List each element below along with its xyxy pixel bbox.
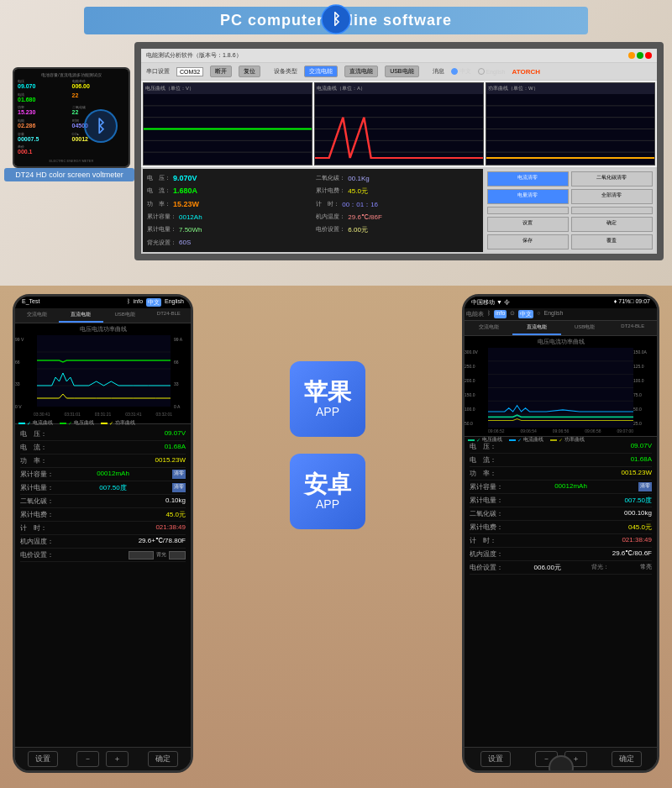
left-minus-btn[interactable]: －: [76, 751, 99, 767]
right-phone: 中国移动 ▼ 令 ♦ 71%□ 09:07 电能表 ᛒ info ⊙ 中文 ○ …: [462, 294, 659, 773]
sw-data-panel: 电 压： 9.070V 二氧化碳： 00.1Kg 电 流： 1.680A 累: [143, 169, 483, 252]
btn-current-clear[interactable]: 电流清零: [487, 171, 569, 186]
lang-en-radio[interactable]: English: [478, 68, 506, 75]
left-capacity-row: 累计容量： 00012mAh 清零: [20, 468, 186, 481]
meter-price: 电能单价 006.00: [72, 79, 126, 92]
com-select[interactable]: COM32: [176, 67, 203, 76]
btn-confirm2[interactable]: 确定: [571, 217, 653, 232]
meter-energy: 电能 02.286: [18, 118, 71, 131]
left-tab-dc[interactable]: 直流电能: [59, 308, 102, 323]
left-tab-usb[interactable]: USB电能: [103, 308, 147, 323]
meter-power: 功率 15.230: [18, 105, 71, 118]
android-app-label: 安卓 APP: [290, 454, 365, 529]
right-tab-dc[interactable]: 直流电能: [512, 321, 560, 335]
left-settings-btn[interactable]: 设置: [28, 751, 58, 767]
btn-co2-clear[interactable]: 二氧化碳清零: [571, 171, 653, 186]
left-fee-row: 累计电费： 45.0元: [20, 508, 186, 522]
right-phone-data: 电 压： 09.07V 电 流： 01.68A 功 率： 0015.23W 累计…: [465, 437, 657, 747]
meter-capacity: 容量 00007.5: [18, 132, 71, 144]
left-price-row: 电价设置： 背光: [20, 549, 186, 562]
btn-energy-clear[interactable]: 电量清零: [487, 189, 569, 204]
left-current-row: 电 流： 01.68A: [20, 441, 186, 454]
open-btn[interactable]: 断开: [210, 66, 232, 77]
left-plus-btn[interactable]: ＋: [106, 751, 129, 767]
right-price-row: 电价设置： 006.00元 背光： 常亮: [470, 561, 652, 575]
svg-rect-20: [37, 335, 171, 407]
right-current-row: 电 流： 01.68A: [470, 454, 652, 467]
right-capacity-row: 累计容量： 00012mAh 清零: [470, 481, 652, 494]
right-temp-row: 机内温度： 29.6℃/80.6F: [470, 548, 652, 561]
meter-unit2: 22: [72, 92, 126, 105]
sw-backlight-row: 背光设置： 60S: [147, 237, 479, 248]
left-energy-row: 累计电量： 007.50度 清零: [20, 481, 186, 495]
type-ac-btn[interactable]: 交流电能: [304, 66, 338, 77]
left-phone-chart: 电压电流功率曲线 99 V 66 33 0 V: [15, 323, 191, 424]
sw-fee-row: 累计电费： 45.0元: [316, 186, 478, 197]
device-label: DT24 HD color screen voltmeter: [4, 168, 134, 181]
right-co2-row: 二氧化碳： 000.10kg: [470, 507, 652, 521]
right-chart-legend: ✓电压曲线 ✓电流曲线 ✓功率曲线: [465, 434, 657, 445]
sw-price-row: 电价设置： 6.00元: [316, 224, 478, 236]
sw-voltage-row: 电 压： 9.070V: [147, 173, 309, 184]
right-tab-ac[interactable]: 交流电能: [465, 321, 512, 335]
left-voltage-row: 电 压： 09.07V: [20, 428, 186, 441]
left-co2-row: 二氧化碳： 0.10kg: [20, 495, 186, 508]
right-fee-row: 累计电费： 045.0元: [470, 521, 652, 534]
lang-cn-radio[interactable]: 中文: [451, 67, 471, 76]
sw-control-row: 串口设置 COM32 断开 复位 设备类型 交流电能 直流电能 USB电能 消息…: [141, 63, 657, 81]
sw-co2-row: 二氧化碳： 00.1Kg: [316, 173, 478, 184]
type-usb-btn[interactable]: USB电能: [385, 66, 418, 77]
right-settings-btn[interactable]: 设置: [480, 751, 511, 767]
bottom-section: E_Test ᛒ info 中文 English 交流电能 直流电能 USB电能…: [0, 286, 672, 788]
btn-settings2[interactable]: 设置: [487, 217, 569, 232]
voltage-chart: 电压曲线（单位：V）: [143, 82, 312, 165]
sw-right-btns: 电流清零 二氧化碳清零 电量清零 全部清零 设置 确定 保存 覆盖: [485, 169, 655, 252]
ios-app-label: 苹果 APP: [290, 361, 365, 437]
sw-charts-row: 电压曲线（单位：V）: [141, 81, 657, 167]
left-time-row: 计 时： 021:38:49: [20, 522, 186, 535]
left-chart-area: [37, 335, 171, 407]
power-chart: 功率曲线（单位：W）: [486, 82, 655, 165]
sw-capacity-row: 累计容量： 0012Ah: [147, 212, 309, 223]
sw-data-controls: 电 压： 9.070V 二氧化碳： 00.1Kg 电 流： 1.680A 累: [141, 167, 657, 254]
left-power-row: 功 率： 0015.23W: [20, 454, 186, 468]
btn-save[interactable]: 保存: [487, 234, 569, 250]
sw-temp-row: 机内温度： 29.6℃/86F: [316, 212, 478, 223]
sw-header: 电能测试分析软件（版本号：1.8.6）: [141, 49, 657, 63]
btn-confirm[interactable]: [571, 207, 653, 214]
left-tab-ble[interactable]: DT24-BLE: [147, 308, 191, 323]
left-phone-nav-tabs: 交流电能 直流电能 USB电能 DT24-BLE: [15, 308, 191, 323]
right-tab-ble[interactable]: DT24-BLE: [609, 321, 657, 335]
right-phone-chart: 电压电流功率曲线 300.0V 250.0 200.0 150.0 100.0 …: [465, 336, 657, 437]
left-confirm-btn[interactable]: 确定: [148, 751, 178, 767]
btn-settings[interactable]: [487, 207, 569, 214]
meter-bottom-label: ELECTRIC ENERGY METER: [18, 159, 125, 163]
right-tab-usb[interactable]: USB电能: [561, 321, 609, 335]
meter-current: 电流 01.680: [18, 92, 71, 105]
btn-overwrite[interactable]: 覆盖: [571, 234, 653, 250]
app-labels: 苹果 APP 安卓 APP: [202, 294, 454, 529]
left-phone-bottom-bar: 设置 － ＋ 确定: [15, 747, 191, 770]
sw-time-row: 计 时： 00：01：16: [316, 198, 478, 210]
meter-unit3: 单价 000.1: [18, 144, 71, 157]
laptop-area: 电能测试分析软件（版本号：1.8.6） 串口设置 COM32 断开 复位 设备类…: [134, 42, 664, 277]
right-phone-info-row: 电能表 ᛒ info ⊙ 中文 ○ English: [465, 308, 657, 321]
bluetooth-top-icon: ᛒ: [321, 4, 351, 34]
svg-text:ᛒ: ᛒ: [332, 11, 341, 28]
current-chart: 电流曲线（单位：A）: [314, 82, 484, 165]
left-phone-status-bar: E_Test ᛒ info 中文 English: [15, 297, 191, 308]
bt-bubble-left: ᛒ: [84, 109, 118, 143]
right-confirm-btn[interactable]: 确定: [612, 751, 642, 767]
sw-current-row: 电 流： 1.680A: [147, 186, 309, 197]
sw-energy-row: 累计电量： 7.50Wh: [147, 224, 309, 236]
laptop-screen: 电能测试分析软件（版本号：1.8.6） 串口设置 COM32 断开 复位 设备类…: [134, 42, 664, 260]
right-time-row: 计 时： 021:38:49: [470, 534, 652, 548]
sw-power-row: 功 率： 15.23W: [147, 198, 309, 210]
btn-all-clear[interactable]: 全部清零: [571, 189, 653, 204]
left-tab-ac[interactable]: 交流电能: [15, 308, 59, 323]
meter-title: 电池容量/直流电源多功能测试仪: [18, 72, 125, 77]
reset-btn[interactable]: 复位: [239, 66, 260, 77]
meter-voltage: 电压 09.070: [18, 79, 71, 92]
type-dc-btn[interactable]: 直流电能: [344, 66, 378, 77]
left-chart-legend: ✓电流曲线 ✓电压曲线 ✓功率曲线: [15, 418, 191, 428]
